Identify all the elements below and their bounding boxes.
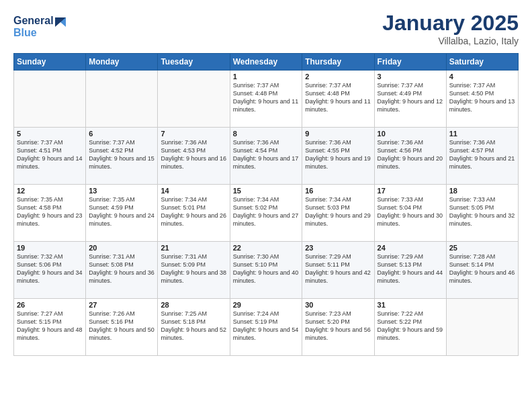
calendar-cell: 1Sunrise: 7:37 AMSunset: 4:48 PMDaylight… [230, 71, 302, 128]
day-info: Sunrise: 7:37 AMSunset: 4:50 PMDaylight:… [449, 81, 515, 114]
day-number: 16 [305, 187, 371, 195]
day-info: Sunrise: 7:37 AMSunset: 4:52 PMDaylight:… [89, 138, 154, 171]
calendar-cell: 13Sunrise: 7:35 AMSunset: 4:59 PMDayligh… [86, 185, 158, 242]
day-info: Sunrise: 7:36 AMSunset: 4:53 PMDaylight:… [161, 138, 226, 171]
logo-svg: General Blue [13, 11, 74, 40]
svg-text:Blue: Blue [13, 27, 37, 38]
day-number: 30 [305, 301, 371, 309]
calendar-cell: 29Sunrise: 7:24 AMSunset: 5:19 PMDayligh… [230, 299, 302, 356]
calendar-cell: 30Sunrise: 7:23 AMSunset: 5:20 PMDayligh… [302, 299, 374, 356]
calendar-week-5: 26Sunrise: 7:27 AMSunset: 5:15 PMDayligh… [14, 299, 519, 356]
calendar-cell: 31Sunrise: 7:22 AMSunset: 5:22 PMDayligh… [374, 299, 446, 356]
day-number: 18 [449, 187, 515, 195]
calendar-cell: 2Sunrise: 7:37 AMSunset: 4:48 PMDaylight… [302, 71, 374, 128]
day-number: 14 [161, 187, 226, 195]
day-info: Sunrise: 7:37 AMSunset: 4:51 PMDaylight:… [17, 138, 83, 171]
day-number: 22 [233, 244, 300, 252]
calendar-cell: 6Sunrise: 7:37 AMSunset: 4:52 PMDaylight… [86, 128, 158, 185]
calendar-cell: 7Sunrise: 7:36 AMSunset: 4:53 PMDaylight… [158, 128, 230, 185]
day-info: Sunrise: 7:37 AMSunset: 4:48 PMDaylight:… [305, 81, 371, 114]
logo: General Blue [13, 11, 74, 40]
col-friday: Friday [374, 54, 446, 71]
day-number: 13 [89, 187, 154, 195]
calendar-cell: 24Sunrise: 7:29 AMSunset: 5:13 PMDayligh… [374, 242, 446, 299]
day-number: 15 [233, 187, 300, 195]
calendar-cell: 15Sunrise: 7:34 AMSunset: 5:02 PMDayligh… [230, 185, 302, 242]
day-info: Sunrise: 7:27 AMSunset: 5:15 PMDaylight:… [17, 310, 83, 342]
col-thursday: Thursday [302, 54, 374, 71]
day-info: Sunrise: 7:36 AMSunset: 4:56 PMDaylight:… [378, 138, 443, 171]
calendar-week-4: 19Sunrise: 7:32 AMSunset: 5:06 PMDayligh… [14, 242, 519, 299]
calendar-cell: 19Sunrise: 7:32 AMSunset: 5:06 PMDayligh… [14, 242, 86, 299]
day-info: Sunrise: 7:25 AMSunset: 5:18 PMDaylight:… [161, 310, 226, 342]
day-info: Sunrise: 7:28 AMSunset: 5:14 PMDaylight:… [449, 253, 515, 285]
day-info: Sunrise: 7:23 AMSunset: 5:20 PMDaylight:… [305, 310, 371, 342]
day-number: 25 [449, 244, 515, 252]
calendar-cell: 16Sunrise: 7:34 AMSunset: 5:03 PMDayligh… [302, 185, 374, 242]
day-info: Sunrise: 7:34 AMSunset: 5:01 PMDaylight:… [161, 195, 226, 228]
col-monday: Monday [86, 54, 158, 71]
location: Villalba, Lazio, Italy [382, 36, 519, 46]
calendar-cell: 14Sunrise: 7:34 AMSunset: 5:01 PMDayligh… [158, 185, 230, 242]
calendar-cell: 11Sunrise: 7:36 AMSunset: 4:57 PMDayligh… [446, 128, 518, 185]
calendar-cell: 10Sunrise: 7:36 AMSunset: 4:56 PMDayligh… [374, 128, 446, 185]
day-info: Sunrise: 7:32 AMSunset: 5:06 PMDaylight:… [17, 253, 83, 285]
calendar-cell [14, 71, 86, 128]
day-info: Sunrise: 7:31 AMSunset: 5:08 PMDaylight:… [89, 253, 154, 285]
header-row: Sunday Monday Tuesday Wednesday Thursday… [14, 54, 519, 71]
calendar-cell [86, 71, 158, 128]
calendar-week-2: 5Sunrise: 7:37 AMSunset: 4:51 PMDaylight… [14, 128, 519, 185]
day-info: Sunrise: 7:36 AMSunset: 4:55 PMDaylight:… [305, 138, 371, 171]
day-number: 19 [17, 244, 83, 252]
day-number: 3 [378, 73, 443, 81]
day-number: 9 [305, 130, 371, 138]
month-title: January 2025 [382, 11, 519, 36]
day-number: 29 [233, 301, 300, 309]
day-info: Sunrise: 7:37 AMSunset: 4:49 PMDaylight:… [378, 81, 443, 114]
day-number: 23 [305, 244, 371, 252]
day-info: Sunrise: 7:33 AMSunset: 5:05 PMDaylight:… [449, 195, 515, 228]
day-number: 11 [449, 130, 515, 138]
calendar-cell: 22Sunrise: 7:30 AMSunset: 5:10 PMDayligh… [230, 242, 302, 299]
calendar-cell: 4Sunrise: 7:37 AMSunset: 4:50 PMDaylight… [446, 71, 518, 128]
day-number: 7 [161, 130, 226, 138]
day-number: 17 [378, 187, 443, 195]
day-number: 5 [17, 130, 83, 138]
col-saturday: Saturday [446, 54, 518, 71]
day-info: Sunrise: 7:33 AMSunset: 5:04 PMDaylight:… [378, 195, 443, 228]
calendar-cell: 28Sunrise: 7:25 AMSunset: 5:18 PMDayligh… [158, 299, 230, 356]
day-number: 20 [89, 244, 154, 252]
day-number: 27 [89, 301, 154, 309]
day-number: 8 [233, 130, 300, 138]
day-info: Sunrise: 7:22 AMSunset: 5:22 PMDaylight:… [378, 310, 443, 342]
calendar-cell: 26Sunrise: 7:27 AMSunset: 5:15 PMDayligh… [14, 299, 86, 356]
calendar-cell: 20Sunrise: 7:31 AMSunset: 5:08 PMDayligh… [86, 242, 158, 299]
day-info: Sunrise: 7:31 AMSunset: 5:09 PMDaylight:… [161, 253, 226, 285]
day-number: 1 [233, 73, 300, 81]
day-info: Sunrise: 7:34 AMSunset: 5:03 PMDaylight:… [305, 195, 371, 228]
day-number: 10 [378, 130, 443, 138]
title-block: January 2025 Villalba, Lazio, Italy [382, 11, 519, 46]
page: General Blue January 2025 Villalba, Lazi… [0, 0, 532, 411]
day-info: Sunrise: 7:34 AMSunset: 5:02 PMDaylight:… [233, 195, 300, 228]
day-info: Sunrise: 7:35 AMSunset: 4:59 PMDaylight:… [89, 195, 154, 228]
day-info: Sunrise: 7:29 AMSunset: 5:13 PMDaylight:… [378, 253, 443, 285]
calendar-cell: 12Sunrise: 7:35 AMSunset: 4:58 PMDayligh… [14, 185, 86, 242]
calendar-cell: 17Sunrise: 7:33 AMSunset: 5:04 PMDayligh… [374, 185, 446, 242]
calendar-cell: 23Sunrise: 7:29 AMSunset: 5:11 PMDayligh… [302, 242, 374, 299]
svg-text:General: General [13, 15, 54, 26]
day-info: Sunrise: 7:29 AMSunset: 5:11 PMDaylight:… [305, 253, 371, 285]
col-sunday: Sunday [14, 54, 86, 71]
calendar-table: Sunday Monday Tuesday Wednesday Thursday… [13, 53, 519, 356]
day-number: 28 [161, 301, 226, 309]
day-info: Sunrise: 7:36 AMSunset: 4:54 PMDaylight:… [233, 138, 300, 171]
calendar-week-1: 1Sunrise: 7:37 AMSunset: 4:48 PMDaylight… [14, 71, 519, 128]
day-info: Sunrise: 7:24 AMSunset: 5:19 PMDaylight:… [233, 310, 300, 342]
calendar-cell: 5Sunrise: 7:37 AMSunset: 4:51 PMDaylight… [14, 128, 86, 185]
day-number: 4 [449, 73, 515, 81]
day-info: Sunrise: 7:30 AMSunset: 5:10 PMDaylight:… [233, 253, 300, 285]
col-tuesday: Tuesday [158, 54, 230, 71]
day-info: Sunrise: 7:26 AMSunset: 5:16 PMDaylight:… [89, 310, 154, 342]
calendar-cell [446, 299, 518, 356]
day-number: 26 [17, 301, 83, 309]
